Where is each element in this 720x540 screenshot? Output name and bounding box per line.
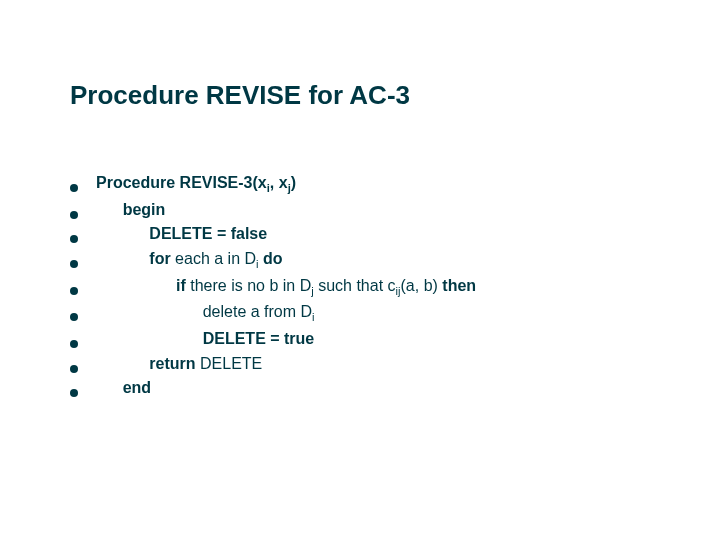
pseudocode-line: end: [70, 376, 650, 401]
pseudocode-text: return DELETE: [96, 352, 262, 377]
bullet-icon: [70, 260, 78, 268]
pseudocode-line: DELETE = false: [70, 222, 650, 247]
pseudocode-line: return DELETE: [70, 352, 650, 377]
bullet-icon: [70, 235, 78, 243]
pseudocode-text: begin: [96, 198, 165, 223]
pseudocode-line: delete a from Di: [70, 300, 650, 327]
bullet-icon: [70, 340, 78, 348]
pseudocode-line: for each a in Di do: [70, 247, 650, 274]
bullet-icon: [70, 365, 78, 373]
pseudocode-text: end: [96, 376, 151, 401]
pseudocode-text: Procedure REVISE-3(xi, xj): [96, 171, 296, 198]
pseudocode-line: DELETE = true: [70, 327, 650, 352]
slide: Procedure REVISE for AC-3 Procedure REVI…: [0, 0, 720, 540]
pseudocode-text: delete a from Di: [96, 300, 315, 327]
slide-title: Procedure REVISE for AC-3: [70, 80, 650, 111]
pseudocode-text: DELETE = false: [96, 222, 267, 247]
pseudocode-text: DELETE = true: [96, 327, 314, 352]
pseudocode-line: begin: [70, 198, 650, 223]
bullet-icon: [70, 211, 78, 219]
pseudocode-line: Procedure REVISE-3(xi, xj): [70, 171, 650, 198]
bullet-icon: [70, 313, 78, 321]
bullet-icon: [70, 389, 78, 397]
pseudocode-text: if there is no b in Dj such that cij(a, …: [96, 274, 476, 301]
pseudocode-line: if there is no b in Dj such that cij(a, …: [70, 274, 650, 301]
pseudocode-block: Procedure REVISE-3(xi, xj) begin DELETE …: [70, 171, 650, 401]
bullet-icon: [70, 287, 78, 295]
bullet-icon: [70, 184, 78, 192]
pseudocode-text: for each a in Di do: [96, 247, 283, 274]
